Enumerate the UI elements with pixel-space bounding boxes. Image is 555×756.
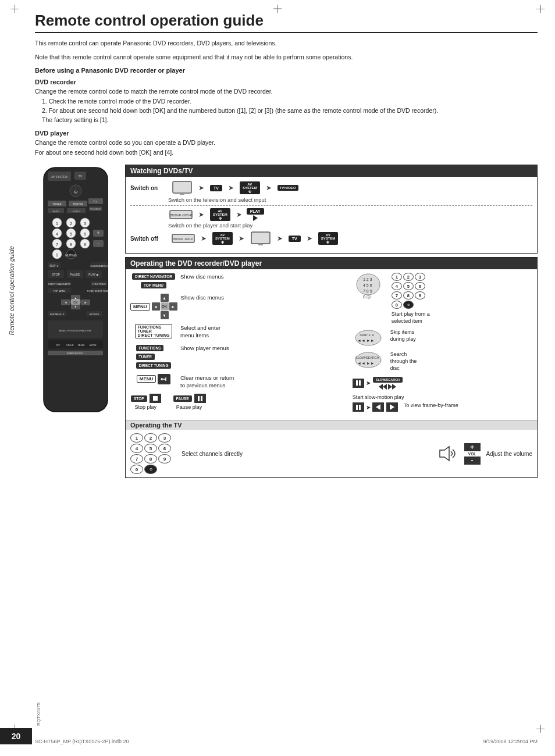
num-grid-area: 1 2 3 4 5 6 7 8 9 0 ⓪ xyxy=(353,273,385,306)
adjust-volume-desc: Adjust the volume xyxy=(486,451,533,457)
num-buttons-7-9: 7 8 9 xyxy=(392,291,430,299)
show-player-menus-desc: Show player menus xyxy=(180,344,350,352)
num-buttons-0-m: 0 ⊙ xyxy=(392,301,430,309)
svg-text:-DVD-P: -DVD-P xyxy=(72,210,80,213)
arrow9: ➤ xyxy=(307,234,312,243)
right-column: 1 2 3 4 5 6 7 8 9 0 ⓪ xyxy=(353,273,532,416)
operating-tv-content: 1 2 3 4 5 6 7 8 xyxy=(126,430,537,477)
operating-dvd-header: Operating the DVD recorder/DVD player xyxy=(126,258,537,269)
arrow3: ➤ xyxy=(266,184,272,192)
svg-text:8: 8 xyxy=(70,242,73,247)
switch-on-desc2: Switch on the player and start play xyxy=(168,222,532,229)
svg-text:►: ► xyxy=(84,301,87,304)
product-code: RQTX0175 xyxy=(36,702,41,726)
svg-text:TOP MENU: TOP MENU xyxy=(54,290,66,293)
skip-items-desc: Skip itemsduring play xyxy=(390,329,416,343)
submenu-icon: FUNCTIONSTUNERDIRECT TUNING xyxy=(130,324,177,338)
dvd-player-desc2: For about one second hold down both [OK]… xyxy=(35,148,538,158)
direct-navigator-btn: DIRECT NAVIGATOR xyxy=(132,273,175,280)
vol-up-btn[interactable]: + xyxy=(464,443,481,451)
svg-text:PAUSE: PAUSE xyxy=(70,273,80,276)
return-menu-icon: MENU xyxy=(130,374,177,384)
intro-line1: This remote control can operate Panasoni… xyxy=(35,39,538,48)
svg-text:0 ⓪: 0 ⓪ xyxy=(363,295,371,299)
svg-rect-96 xyxy=(258,244,263,245)
av-system-button4: AVSYSTEM⏻ xyxy=(318,232,339,245)
svg-text:◄◄    ►►: ◄◄ ►► xyxy=(357,338,375,343)
show-disc-menus-2-desc: Show disc menus xyxy=(181,294,350,301)
pause-icon-area: PAUSE xyxy=(173,394,206,403)
svg-text:◄◄    ►►: ◄◄ ►► xyxy=(357,361,375,365)
switch-on-desc: Switch on the television and select inpu… xyxy=(168,197,532,203)
arrow4: ➤ xyxy=(198,211,204,219)
svg-text:BD/DVR -DVD-P: BD/DVR -DVD-P xyxy=(173,238,193,241)
left-column: DIRECT NAVIGATOR TOP MENU Show disc menu… xyxy=(130,273,350,416)
av-system-button: AVSYSTEM⏻ xyxy=(240,181,260,194)
switch-on-label: Switch on xyxy=(130,185,168,191)
num-buttons-1-3: 1 2 3 xyxy=(392,273,430,281)
arrow7: ➤ xyxy=(239,234,244,243)
menu-btn2: MENU xyxy=(137,375,156,383)
pause-item: PAUSE Pause play xyxy=(173,394,206,410)
pause-play-desc: Pause play xyxy=(176,404,202,410)
svg-text:▼: ▼ xyxy=(74,305,77,308)
operating-dvd-section: Operating the DVD recorder/DVD player DI… xyxy=(125,257,538,478)
slow-motion-item: ➤ SLOW/SEARCH xyxy=(353,376,532,390)
tv-button: TV xyxy=(210,185,222,191)
vol-label: VOL xyxy=(468,452,476,456)
dvd-player-title: DVD player xyxy=(35,130,538,137)
slow-motion-desc: Start slow-motion play xyxy=(353,394,532,400)
svg-text:3: 3 xyxy=(84,221,87,226)
dvd-step2: 2. For about one second hold down both [… xyxy=(42,106,538,116)
slow-motion-icon-area: ➤ SLOW/SEARCH xyxy=(353,376,403,390)
show-player-menus-item: FUNCTIONS TUNER DIRECT TUNING Show playe… xyxy=(130,344,350,369)
svg-rect-89 xyxy=(173,181,191,193)
svg-text:OK: OK xyxy=(73,301,78,304)
pause-btn-sm2 xyxy=(353,402,364,412)
show-disc-menus-1-desc: Show disc menus xyxy=(180,273,350,280)
top-menu-btn: TOP MENU xyxy=(141,282,166,288)
search-desc: Searchthrough thedisc xyxy=(390,351,417,372)
tv-video-button: TV/VIDEO xyxy=(278,185,298,191)
clear-menus-desc: Clear menus or returnto previous menus xyxy=(180,374,350,390)
footer: SC-HT56P_MP (RQTX0175-2P).indb 20 9/19/2… xyxy=(35,739,538,744)
svg-text:1: 1 xyxy=(56,221,59,226)
svg-marker-108 xyxy=(440,447,449,461)
volume-area: + VOL - xyxy=(436,443,481,465)
arrow1: ➤ xyxy=(198,184,204,192)
svg-text:0: 0 xyxy=(56,252,59,258)
vol-control: + VOL - xyxy=(464,443,481,465)
diagrams-area: Watching DVDs/TV Switch on ➤ TV xyxy=(125,165,538,482)
center-mark-top xyxy=(273,5,282,14)
svg-text:1 2 3: 1 2 3 xyxy=(363,277,372,281)
nav-cluster: ▲ ◄ OK ► ▼ xyxy=(152,294,177,319)
menu-nav-icon: MENU ▲ ◄ OK ► xyxy=(130,294,177,319)
watching-section: Watching DVDs/TV Switch on ➤ TV xyxy=(125,165,538,254)
frame-icon-area: ➤ xyxy=(353,402,398,412)
skip-items-item: SKIP ∨ ∧ ◄◄ ►► Skip itemsduring play xyxy=(353,329,532,347)
tv-icon2 xyxy=(250,231,271,246)
svg-text:TUNER: TUNER xyxy=(52,203,62,206)
frame-by-frame-item: ➤ xyxy=(353,402,532,412)
av-system-button2: AVSYSTEM⏻ xyxy=(210,208,230,221)
corner-mark-br xyxy=(536,725,545,733)
svg-text:SLOW/SEARCH: SLOW/SEARCH xyxy=(90,265,108,268)
footer-left: SC-HT56P_MP (RQTX0175-2P).indb 20 xyxy=(35,739,129,744)
arrow2: ➤ xyxy=(228,184,234,192)
stop-icon-area: STOP xyxy=(130,394,161,403)
vol-down-btn[interactable]: - xyxy=(464,457,481,465)
direct-tuning-btn: DIRECT TUNING xyxy=(136,362,172,369)
dvd-step1: 1. Check the remote control mode of the … xyxy=(42,97,538,106)
stop-play-desc: Stop play xyxy=(135,404,157,410)
arrow8: ➤ xyxy=(277,234,283,243)
pause-btn-sm xyxy=(353,379,364,388)
svg-text:D.BLUR: D.BLUR xyxy=(66,344,74,347)
select-enter-desc: Select and entermenu items xyxy=(180,324,350,340)
watching-section-header: Watching DVDs/TV xyxy=(126,165,537,177)
dashed-divider xyxy=(130,205,532,206)
slow-search-label: SLOW/SEARCH xyxy=(373,377,403,383)
svg-text:MUSIC: MUSIC xyxy=(78,344,85,347)
stop-item: STOP Stop play xyxy=(130,394,161,410)
svg-text:SKIP ∨: SKIP ∨ xyxy=(49,265,58,268)
svg-text:MUTING: MUTING xyxy=(65,254,77,257)
